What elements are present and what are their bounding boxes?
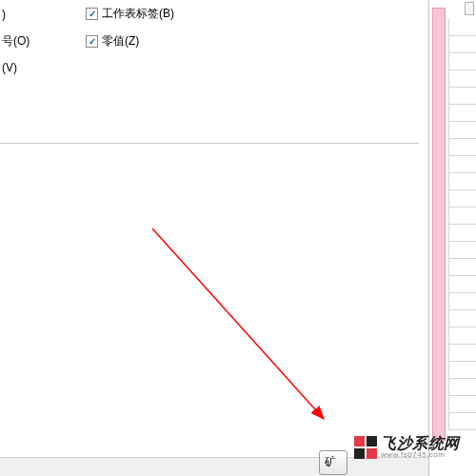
watermark-logo-icon [352,434,379,461]
checkbox-label-sheet-tabs: 工作表标签(B) [102,6,174,22]
checkbox-label-zero-values: 零值(Z) [102,33,139,50]
annotation-arrow-icon [143,219,352,447]
option-right-1: 工作表标签(B) [86,6,174,22]
watermark-title: 飞沙系统网 [381,435,460,452]
grid-row[interactable] [448,225,476,242]
grid-row[interactable] [448,88,476,105]
grid-row[interactable] [448,310,476,327]
pink-column-header[interactable] [432,8,446,441]
sheet-corner [465,2,474,15]
grid-row[interactable] [448,413,476,430]
option-row-1: ) 工作表标签(B) [0,0,428,28]
grid-row[interactable] [448,345,476,362]
options-panel: ) 工作表标签(B) 号(O) 零值(Z) (V) [0,0,428,80]
grid-row[interactable] [448,293,476,310]
ok-button[interactable]: 矿 [319,450,347,475]
svg-line-1 [152,228,324,419]
grid-row[interactable] [448,36,476,53]
spreadsheet-grid[interactable] [448,19,476,443]
watermark-text: 飞沙系统网 www.fs0745.com [381,435,460,460]
grid-row[interactable] [448,190,476,208]
grid-row[interactable] [448,276,476,293]
option-row-3: (V) [0,55,428,80]
spreadsheet-background [428,0,476,476]
option-left-3: (V) [0,61,86,74]
svg-rect-2 [354,436,365,446]
grid-row[interactable] [448,156,476,173]
option-right-2: 零值(Z) [86,33,139,50]
grid-row[interactable] [448,19,476,36]
grid-row[interactable] [448,362,476,379]
watermark-url: www.fs0745.com [381,451,460,460]
grid-row[interactable] [448,208,476,225]
dialog-panel: ) 工作表标签(B) 号(O) 零值(Z) (V) 矿 [0,0,428,476]
checkbox-zero-values[interactable] [86,35,98,48]
grid-row[interactable] [448,70,476,88]
grid-row[interactable] [448,242,476,259]
grid-row[interactable] [448,379,476,396]
section-divider [0,143,419,144]
grid-row[interactable] [448,173,476,190]
checkbox-sheet-tabs[interactable] [86,8,98,20]
option-row-2: 号(O) 零值(Z) [0,28,428,55]
grid-row[interactable] [448,105,476,122]
watermark: 飞沙系统网 www.fs0745.com [352,434,460,461]
grid-row[interactable] [448,396,476,413]
svg-rect-3 [367,436,377,446]
svg-rect-4 [354,448,365,459]
grid-row[interactable] [448,122,476,139]
option-left-2: 号(O) [0,33,86,50]
option-left-1: ) [0,8,86,21]
grid-row[interactable] [448,327,476,345]
svg-rect-5 [367,448,377,459]
grid-row[interactable] [448,53,476,70]
grid-row[interactable] [448,139,476,156]
grid-row[interactable] [448,259,476,276]
